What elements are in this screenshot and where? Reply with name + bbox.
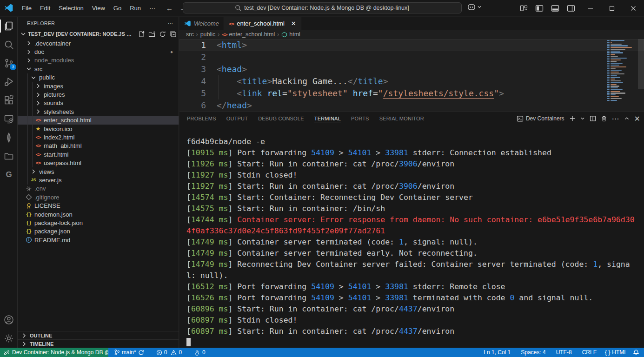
problems-status[interactable]: 0 0: [153, 349, 185, 356]
command-center[interactable]: test_dev [Dev Container: Node.js & Mongo…: [183, 2, 462, 13]
close-button[interactable]: [623, 0, 644, 16]
tree-item[interactable]: <>userpass.html: [18, 159, 179, 167]
activity-gitlens[interactable]: G: [0, 165, 18, 184]
minimap[interactable]: [607, 40, 637, 101]
notifications-bell[interactable]: [630, 349, 642, 356]
menu-run[interactable]: Run: [126, 0, 145, 16]
tree-item[interactable]: <>index2.html: [18, 133, 179, 141]
encoding-status[interactable]: UTF-8: [553, 349, 575, 356]
tree-item[interactable]: <>start.html: [18, 150, 179, 159]
tree-item[interactable]: images: [18, 82, 179, 90]
panel-tab-output[interactable]: OUTPUT: [226, 112, 248, 125]
tree-item[interactable]: stylesheets: [18, 107, 179, 116]
tree-item[interactable]: <>math_abi.html: [18, 142, 179, 150]
tree-item[interactable]: README.md: [18, 236, 179, 244]
maximize-panel-icon[interactable]: [624, 116, 630, 121]
menu-edit[interactable]: Edit: [36, 0, 54, 16]
customize-layout-icon[interactable]: [520, 4, 528, 12]
tab-enter-school-html[interactable]: <> enter_school.html ✕: [224, 17, 301, 30]
toggle-secondary-sidebar-icon[interactable]: [567, 5, 575, 12]
maximize-button[interactable]: [601, 0, 623, 16]
terminal-line: [14749 ms] Container server terminated e…: [186, 248, 638, 259]
eol-status[interactable]: CRLF: [579, 349, 599, 356]
menu-selection[interactable]: Selection: [54, 0, 87, 16]
badge: 3: [10, 64, 16, 70]
cursor-position[interactable]: Ln 1, Col 1: [481, 349, 513, 356]
breadcrumb-item[interactable]: src: [186, 31, 194, 38]
tree-item[interactable]: JSserver.js: [18, 176, 179, 184]
indentation-status[interactable]: Spaces: 4: [518, 349, 548, 356]
activity-explorer[interactable]: [0, 17, 18, 35]
ports-status[interactable]: 0: [191, 349, 208, 356]
tree-item[interactable]: .env: [18, 185, 179, 193]
tree-item[interactable]: {}nodemon.json: [18, 210, 179, 218]
menu-go[interactable]: Go: [109, 0, 126, 16]
toggle-panel-icon[interactable]: [551, 5, 559, 12]
close-panel-icon[interactable]: ✕: [634, 114, 640, 123]
vscode-logo-icon: [0, 3, 18, 13]
menu-file[interactable]: File: [18, 0, 36, 16]
tree-item[interactable]: public: [18, 73, 179, 82]
panel-tab-problems[interactable]: PROBLEMS: [187, 112, 216, 125]
terminal-profile[interactable]: Dev Containers: [517, 115, 564, 122]
tree-item[interactable]: .devcontainer: [18, 39, 179, 47]
terminal[interactable]: f6d4b9cba/node -e[10915 ms] Port forward…: [186, 125, 643, 348]
new-file-icon[interactable]: [138, 31, 145, 38]
tree-item[interactable]: {}package.json: [18, 227, 179, 236]
panel-tab-ports[interactable]: PORTS: [351, 112, 369, 125]
tree-item[interactable]: <>enter_school.html: [18, 116, 179, 125]
kill-terminal-icon[interactable]: [601, 115, 607, 122]
tree-item[interactable]: node_modules: [18, 56, 179, 65]
activity-run-and-debug[interactable]: [0, 73, 18, 91]
breadcrumb-item[interactable]: public: [200, 31, 216, 38]
panel-more-icon[interactable]: ⋯: [612, 114, 619, 123]
close-tab-icon[interactable]: ✕: [291, 20, 296, 27]
menu-view[interactable]: View: [88, 0, 109, 16]
terminal-dropdown-icon[interactable]: [580, 116, 585, 121]
activity-mongodb[interactable]: [0, 128, 18, 147]
new-terminal-icon[interactable]: [569, 115, 576, 122]
tree-item[interactable]: LICENSE: [18, 201, 179, 210]
collapse-all-icon[interactable]: [170, 31, 177, 38]
activity-settings[interactable]: [0, 329, 18, 348]
section-outline[interactable]: OUTLINE: [18, 331, 179, 339]
remote-indicator[interactable]: Dev Container: Node.js & Mongo DB @ desk…: [0, 348, 108, 357]
copilot-button[interactable]: [467, 3, 482, 11]
editor-scrollbar[interactable]: [638, 39, 644, 89]
panel-tab-serial-monitor[interactable]: SERIAL MONITOR: [379, 112, 424, 125]
activity-search[interactable]: [0, 35, 18, 54]
split-terminal-icon[interactable]: [590, 115, 596, 122]
tab-welcome[interactable]: Welcome: [179, 17, 224, 30]
section-timeline[interactable]: TIMELINE: [18, 339, 179, 348]
tree-item[interactable]: pictures: [18, 90, 179, 99]
code-editor[interactable]: 1 <html> 2 3 <head> 4 <title>Hacking Gam…: [179, 39, 644, 112]
panel-tab-debug-console[interactable]: DEBUG CONSOLE: [258, 112, 304, 125]
activity-project-manager[interactable]: [0, 147, 18, 165]
back-icon[interactable]: ←: [166, 4, 173, 12]
activity-source-control[interactable]: 3: [0, 54, 18, 73]
breadcrumb-item[interactable]: <>enter_school.html: [222, 31, 275, 38]
tree-item[interactable]: {}package-lock.json: [18, 218, 179, 227]
terminal-line: [14744 ms] Container server: Error respo…: [186, 214, 638, 237]
language-status[interactable]: { } HTML: [602, 349, 630, 356]
activity-remote-explorer[interactable]: [0, 110, 18, 128]
more-actions-icon[interactable]: ⋯: [168, 20, 173, 26]
refresh-icon[interactable]: [159, 31, 166, 38]
workspace-section-header[interactable]: TEST_DEV [DEV CONTAINER: NODE.JS & MONGO…: [18, 29, 179, 39]
toggle-sidebar-icon[interactable]: [535, 5, 544, 12]
tree-item[interactable]: .gitignore: [18, 193, 179, 201]
panel-tab-terminal[interactable]: TERMINAL: [314, 112, 341, 125]
activity-accounts[interactable]: [0, 311, 18, 329]
menu-⋯[interactable]: ⋯: [145, 0, 159, 16]
new-folder-icon[interactable]: [148, 31, 155, 38]
activity-extensions[interactable]: [0, 91, 18, 110]
git-branch-status[interactable]: main*: [111, 349, 147, 356]
tree-item[interactable]: sounds: [18, 99, 179, 107]
tree-item[interactable]: doc ●: [18, 47, 179, 56]
tree-item[interactable]: views: [18, 167, 179, 176]
tree-item[interactable]: ★favicon.ico: [18, 125, 179, 133]
tree-item[interactable]: src: [18, 65, 179, 73]
g-icon: G: [3, 169, 14, 180]
breadcrumb-item[interactable]: html: [281, 31, 300, 38]
minimize-button[interactable]: [580, 0, 601, 16]
